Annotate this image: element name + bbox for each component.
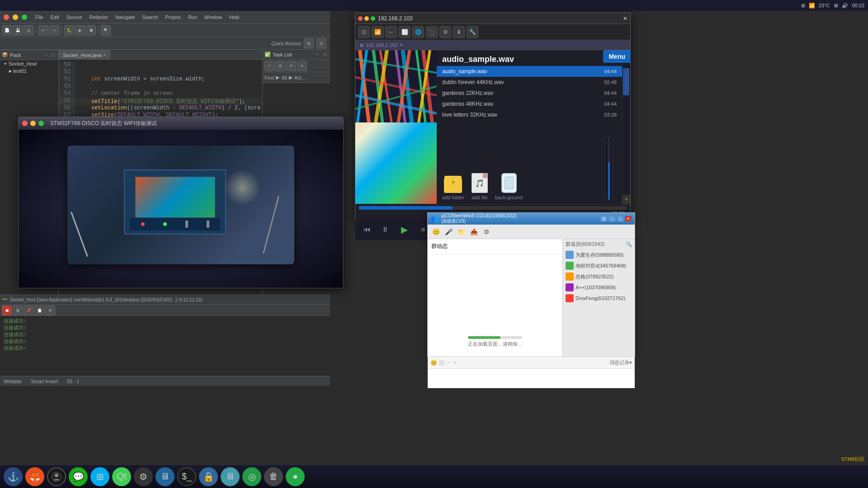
progress-bar[interactable] [359,206,627,210]
chat-restore[interactable]: ⊟ [600,216,608,222]
menu-refactor[interactable]: Refactor [87,14,111,21]
tb-run[interactable]: ▶ [75,25,85,35]
taskbar-app3[interactable]: ◎ [242,467,261,486]
taskbar-gear[interactable]: ⚙ [134,467,153,486]
task-max[interactable]: □ [322,52,328,58]
member-item-3[interactable]: A++(1037096909) [563,282,635,293]
audio-max[interactable] [371,16,375,21]
task-tb-3[interactable]: ↺ [286,61,296,71]
member-search-icon[interactable]: 🔍 [626,241,632,247]
taskbar-anchor[interactable]: ⚓ [4,467,23,486]
chat-close[interactable]: ✕ [625,216,632,222]
audio-tb-4[interactable]: ⬜ [399,26,410,38]
audio-min[interactable] [364,16,369,21]
menu-search[interactable]: Search [140,14,161,21]
perspective-btn2[interactable]: ⊟ [316,38,326,48]
audio-tb-8[interactable]: ⬇ [453,26,465,38]
scroll-down[interactable]: ▼ [623,195,630,204]
playlist-item-4[interactable]: love letters 32KHz.wav 03:28 [437,109,622,120]
chat-tb-emoji[interactable]: 😊 [430,226,441,237]
playlist-item-3[interactable]: gardenss 48KHz.wav 04:44 [437,99,622,109]
task-tb-1[interactable]: + [264,61,274,71]
taskbar-vpn[interactable]: 🔒 [199,467,218,486]
menu-source[interactable]: Source [64,14,85,21]
chat-tb-settings[interactable]: ⚙ [481,226,492,237]
demo-min[interactable] [30,121,36,126]
add-file-btn[interactable]: 🎵 add file [472,173,488,200]
chat-input-field[interactable] [428,369,635,388]
tb-new[interactable]: 📄 [2,25,12,35]
taskbar-screen[interactable]: 🖥 [156,467,175,486]
console-tb5[interactable]: ⚙ [45,305,55,315]
task-tb-2[interactable]: ⚙ [275,61,285,71]
eclipse-min-btn[interactable] [13,14,18,20]
panel-max[interactable]: □ [50,52,57,58]
member-item-0[interactable]: 为爱生存(598885580) [563,249,635,260]
volume-slider[interactable] [605,137,613,200]
audio-tb-9[interactable]: 🔧 [467,26,478,38]
tb-undo[interactable]: ↩ [38,25,48,35]
eclipse-max-btn[interactable] [22,14,27,20]
menu-edit[interactable]: Edit [48,14,62,21]
audio-close-tab[interactable]: ✕ [623,15,627,22]
taskbar-terminal[interactable]: $_ [177,467,196,486]
member-item-2[interactable]: 忠格(378923522) [563,271,635,282]
taskbar-app4[interactable]: ● [286,467,305,486]
tb-search[interactable]: 🔍 [101,25,111,35]
playlist-item-0[interactable]: audio_sample.wav 04:44 [437,66,622,77]
find-all[interactable]: All [281,75,287,80]
editor-tab-socket[interactable]: Socket_Host.java × [59,50,110,59]
audio-tb-2[interactable]: 📶 [372,26,383,38]
audio-tb-3[interactable]: ↔ [385,26,397,38]
member-item-4[interactable]: DmxFeng(610271762) [563,293,635,304]
taskbar-qt[interactable]: Qt [112,467,131,486]
menu-window[interactable]: Window [202,14,225,21]
tb-print[interactable]: 🖨 [24,25,33,35]
audio-close[interactable] [358,16,363,21]
menu-file[interactable]: File [33,14,46,21]
panel-min[interactable]: − [43,52,49,58]
eclipse-close-btn[interactable] [4,14,9,20]
chat-minimize[interactable]: − [609,216,616,222]
chat-tb-mic[interactable]: 🎤 [443,226,454,237]
tab-close-socket[interactable]: × [104,52,106,57]
audio-tb-6[interactable]: ⬛ [426,26,438,38]
tb-save[interactable]: 💾 [13,25,23,35]
prev-btn[interactable]: ⏮ [359,221,375,238]
taskbar-windows[interactable]: ⊞ [90,467,109,486]
playlist-item-2[interactable]: gardenss 22KHz.wav 04:44 [437,88,622,99]
audio-tb-5[interactable]: 🌐 [412,26,424,38]
chat-input-scissors[interactable]: ✂ [446,360,451,366]
taskbar-firefox[interactable]: 🦊 [25,467,44,486]
playlist-item-1[interactable]: dublin forever 44KHz.wav 02:48 [437,77,622,88]
chat-maximize[interactable]: □ [617,216,624,222]
tb-stop[interactable]: ⏹ [86,25,96,35]
menu-help[interactable]: Help [226,14,242,21]
scroll-thumb[interactable] [623,68,629,95]
menu-button[interactable]: Menu [603,50,631,63]
demo-max[interactable] [38,121,44,126]
menu-project[interactable]: Project [162,14,183,21]
console-copy[interactable]: 📋 [34,305,44,315]
chat-tb-share[interactable]: 📤 [468,226,479,237]
audio-tab-close[interactable]: ✕ [399,42,403,48]
add-folder-btn[interactable]: + add folder [442,173,464,200]
tb-debug[interactable]: 🐛 [64,25,74,35]
perspective-btn1[interactable]: ⊞ [304,38,314,48]
taskbar-trash[interactable]: 🗑 [264,467,283,486]
demo-close[interactable] [22,121,28,126]
audio-tb-7[interactable]: ⚙ [439,26,451,38]
find-act[interactable]: Act... [294,75,306,80]
console-clear[interactable]: 🗑 [13,305,23,315]
console-pin[interactable]: 📌 [24,305,33,315]
taskbar-app1[interactable] [47,467,66,486]
tree-socket-host[interactable]: ▼ Socket_Host [0,60,58,67]
task-min[interactable]: − [315,52,321,58]
pause-btn[interactable]: ⏸ [377,221,393,238]
member-item-1[interactable]: 地狱判官d(345769408) [563,260,635,271]
background-btn[interactable]: back-ground [495,173,523,200]
menu-navigate[interactable]: Navigate [113,14,137,21]
chat-input-image[interactable]: 🖼 [439,360,444,366]
taskbar-remote[interactable]: 🖥 [221,467,240,486]
audio-tb-1[interactable]: ⊡ [358,26,370,38]
